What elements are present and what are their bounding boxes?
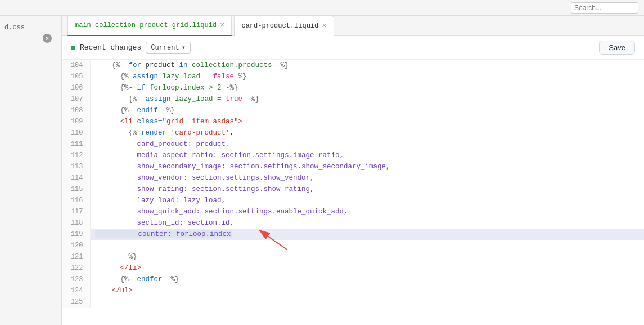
table-row: 114 show_vendor: section.settings.show_v… xyxy=(62,172,644,184)
table-row: 118 section_id: section.id, xyxy=(62,217,644,229)
table-row: 120 xyxy=(62,240,644,251)
table-row: 123 {%- endfor -%} xyxy=(62,274,644,285)
line-number: 116 xyxy=(62,195,90,206)
table-row: 113 show_secondary_image: section.settin… xyxy=(62,161,644,172)
line-content: <li class="grid__item asdas"> xyxy=(90,116,644,127)
table-row: 106 {%- if forloop.index > 2 -%} xyxy=(62,82,644,94)
table-row: 108 {%- endif -%} xyxy=(62,105,644,116)
sidebar-label: d.css xyxy=(0,21,29,34)
line-number: 115 xyxy=(62,184,90,195)
line-content: lazy_load: lazy_load, xyxy=(90,195,644,206)
line-content: show_quick_add: section.settings.enable_… xyxy=(90,206,644,217)
save-button[interactable]: Save xyxy=(599,41,635,55)
search-input[interactable] xyxy=(571,2,638,14)
line-number: 125 xyxy=(62,296,90,308)
table-row: 107 {%- assign lazy_load = true -%} xyxy=(62,94,644,105)
line-content: {%- endfor -%} xyxy=(90,274,644,285)
current-dropdown[interactable]: Current ▾ xyxy=(146,42,191,54)
top-bar xyxy=(0,0,644,16)
tab-card-product[interactable]: card-product.liquid × xyxy=(234,16,334,36)
table-row: 109 <li class="grid__item asdas"> xyxy=(62,116,644,127)
line-number: 107 xyxy=(62,94,90,105)
tab-label: main-collection-product-grid.liquid xyxy=(75,21,217,29)
line-content: %} xyxy=(90,251,644,262)
tabs-bar: main-collection-product-grid.liquid × ca… xyxy=(62,16,644,36)
sidebar: × d.css xyxy=(0,16,62,325)
editor-header: Recent changes Current ▾ Save xyxy=(62,36,644,60)
table-row: 111 card_product: product, xyxy=(62,139,644,150)
line-content: </li> xyxy=(90,262,644,274)
line-content: media_aspect_ratio: section.settings.ima… xyxy=(90,150,644,161)
line-content xyxy=(90,296,644,308)
chevron-down-icon: ▾ xyxy=(182,43,186,52)
line-content: {% render 'card-product', xyxy=(90,127,644,139)
table-row: 116 lazy_load: lazy_load, xyxy=(62,195,644,206)
line-number: 106 xyxy=(62,82,90,94)
code-editor[interactable]: 104 {%- for product in collection.produc… xyxy=(62,60,644,325)
line-content: show_vendor: section.settings.show_vendo… xyxy=(90,172,644,184)
tab-label: card-product.liquid xyxy=(241,22,318,30)
line-content: section_id: section.id, xyxy=(90,217,644,229)
line-number: 114 xyxy=(62,172,90,184)
line-number: 118 xyxy=(62,217,90,229)
table-row: 122 </li> xyxy=(62,262,644,274)
line-number: 124 xyxy=(62,285,90,296)
line-number: 119 xyxy=(62,229,90,240)
line-number: 108 xyxy=(62,105,90,116)
line-number: 112 xyxy=(62,150,90,161)
recent-changes-section: Recent changes Current ▾ xyxy=(71,42,191,54)
line-content: show_rating: section.settings.show_ratin… xyxy=(90,184,644,195)
table-row: 121 %} xyxy=(62,251,644,262)
line-number: 121 xyxy=(62,251,90,262)
line-content: counter: forloop.index xyxy=(90,229,644,240)
line-number: 123 xyxy=(62,274,90,285)
line-number: 120 xyxy=(62,240,90,251)
line-content: show_secondary_image: section.settings.s… xyxy=(90,161,644,172)
line-content: {%- if forloop.index > 2 -%} xyxy=(90,82,644,94)
tab-close-icon[interactable]: × xyxy=(220,21,224,29)
line-number: 109 xyxy=(62,116,90,127)
current-label: Current xyxy=(151,44,179,52)
line-content: {%- for product in collection.products -… xyxy=(90,60,644,71)
content-area: main-collection-product-grid.liquid × ca… xyxy=(62,16,644,325)
line-content: {%- endif -%} xyxy=(90,105,644,116)
main-layout: × d.css main-collection-product-grid.liq… xyxy=(0,16,644,325)
line-number: 111 xyxy=(62,139,90,150)
code-table: 104 {%- for product in collection.produc… xyxy=(62,60,644,308)
line-number: 117 xyxy=(62,206,90,217)
table-row: 110 {% render 'card-product', xyxy=(62,127,644,139)
line-number: 105 xyxy=(62,71,90,82)
line-content: {% assign lazy_load = false %} xyxy=(90,71,644,82)
recent-changes-label: Recent changes xyxy=(80,43,141,52)
line-number: 122 xyxy=(62,262,90,274)
table-row: 104 {%- for product in collection.produc… xyxy=(62,60,644,71)
sidebar-close-button[interactable]: × xyxy=(43,34,52,43)
table-row: 125 xyxy=(62,296,644,308)
line-number: 104 xyxy=(62,60,90,71)
close-icon: × xyxy=(46,35,49,42)
table-row: 119 counter: forloop.index xyxy=(62,229,644,240)
tab-close-icon[interactable]: × xyxy=(322,22,326,30)
line-number: 113 xyxy=(62,161,90,172)
table-row: 112 media_aspect_ratio: section.settings… xyxy=(62,150,644,161)
line-content xyxy=(90,240,644,251)
table-row: 124 </ul> xyxy=(62,285,644,296)
status-dot xyxy=(71,46,75,50)
table-row: 117 show_quick_add: section.settings.ena… xyxy=(62,206,644,217)
table-row: 105 {% assign lazy_load = false %} xyxy=(62,71,644,82)
line-number: 110 xyxy=(62,127,90,139)
line-content: </ul> xyxy=(90,285,644,296)
line-content: card_product: product, xyxy=(90,139,644,150)
line-content: {%- assign lazy_load = true -%} xyxy=(90,94,644,105)
tab-main-collection[interactable]: main-collection-product-grid.liquid × xyxy=(67,16,232,36)
table-row: 115 show_rating: section.settings.show_r… xyxy=(62,184,644,195)
